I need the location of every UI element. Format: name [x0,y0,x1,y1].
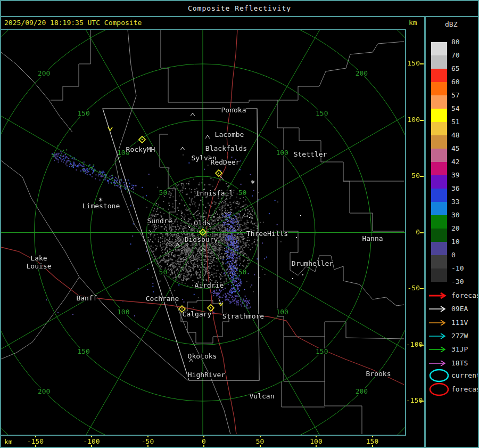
vector-legend-label: forecast [451,291,479,299]
legend-panel: dBZ 807065605754514845423936333020100-10… [426,17,478,447]
city-label: Didsbury [185,235,218,243]
colorscale-value-label: 70 [451,51,460,59]
bottom-axis-tick [372,445,373,447]
city-label: Calgary [183,310,212,318]
colorscale-block [431,268,447,282]
radar-application-window: Composite_Reflectivity 2025/09/20 18:19:… [0,0,479,448]
vector-legend-label: 27ZW [451,332,468,340]
caret-marker [201,248,205,251]
city-label: Banff [76,294,97,302]
forecast-ellipse-icon [428,382,451,397]
right-axis-tick-label: -150 [406,396,420,404]
right-axis-tick-label: 0 [406,228,420,236]
bottom-axis-tick [91,436,92,437]
point-marker [302,274,303,275]
city-label: RedDeer [211,158,240,166]
bottom-axis-tick [91,445,92,447]
right-axis-unit-label: km [409,19,417,27]
svg-text:200: 200 [38,69,50,77]
timestamp: 2025/09/20 18:19:35 UTC Composite [4,19,142,27]
caret-marker [191,113,195,116]
bottom-axis-tick [35,445,36,447]
city-label: Lacombe [215,131,244,139]
colorscale-value-label: 54 [451,104,460,112]
bottom-axis: km -150-100-50050100150 [1,436,424,447]
right-axis-tick [420,401,424,402]
point-marker [300,215,301,216]
city-label: Cochrane [146,295,179,303]
18TS-vector-arrow-icon [428,359,449,368]
city-label: Lake [30,254,47,262]
map-overlay-layer: 5050505010010010010015015015015020020020… [1,30,405,435]
colorscale-value-label: 57 [451,91,460,99]
city-label: Ponoka [221,106,246,114]
city-label: Olds [194,219,210,227]
svg-text:200: 200 [38,387,50,395]
bottom-axis-unit-label: km [4,438,13,446]
svg-text:50: 50 [159,189,168,197]
colorscale-block [431,202,447,215]
09EA-vector-arrow-icon [428,305,449,313]
bottom-axis-tick [260,445,261,447]
bottom-axis-tick-label: 100 [310,437,322,445]
city-label: HighRiver [188,371,226,379]
27ZW-vector-arrow-icon [428,332,449,340]
bottom-axis-tick [203,436,204,437]
colorscale-value-label: 42 [451,158,460,166]
svg-text:50: 50 [238,189,247,197]
colorscale-block [431,82,447,95]
ellipse-legend-label: forecast [451,385,479,393]
caret-marker [180,147,185,150]
forecast-vector-arrow-icon [428,291,449,300]
colorscale-block [431,255,447,268]
colorscale-value-label: 36 [451,184,460,192]
vector-legend-label: 18TS [451,359,468,367]
city-label: Stettler [294,150,327,158]
city-label: Vulcan [250,392,275,400]
bottom-axis-tick [260,436,261,437]
radar-map[interactable]: 5050505010010010010015015015015020020020… [1,29,406,436]
vector-legend-label: 31JP [451,345,468,353]
bottom-axis-tick [147,445,148,447]
bottom-axis-tick [372,436,373,437]
colorscale-value-label: 33 [451,198,460,206]
city-label: Innisfail [196,189,233,197]
svg-text:50: 50 [238,268,247,276]
right-axis-tick-label: 100 [406,116,420,124]
colorscale-block [431,109,447,122]
svg-text:150: 150 [316,347,328,355]
svg-text:100: 100 [276,308,288,316]
city-label: Airdrie [195,281,224,289]
colorscale-value-label: -30 [451,278,464,286]
point-marker [292,278,293,279]
colorscale-block [431,42,447,55]
vector-legend-label: 111V [451,319,468,327]
right-axis-tick [420,63,424,64]
window-title-bar: Composite_Reflectivity [1,1,478,17]
bottom-axis-tick-label: 50 [256,437,265,445]
colorscale-block [431,215,447,229]
point-marker [189,227,190,228]
motion-arrowhead-marker [108,127,112,131]
status-row: 2025/09/20 18:19:35 UTC Composite [1,17,424,29]
colorscale-block [431,162,447,175]
colorscale-block [431,189,447,202]
right-axis-tick-label: 150 [406,59,420,67]
right-axis-tick-label: 50 [406,172,420,180]
bottom-axis-tick-label: -50 [142,437,154,445]
colorscale-block [431,55,447,69]
right-axis-tick [420,232,424,233]
bottom-axis-tick [203,445,204,447]
svg-text:100: 100 [276,149,288,157]
city-label: ThreeHills [246,230,288,238]
bottom-axis-tick [35,436,36,437]
right-axis-tick [420,345,424,346]
svg-text:200: 200 [356,387,368,395]
bottom-axis-tick-label: -150 [27,437,44,445]
colorscale-value-label: 10 [451,238,460,246]
31JP-vector-arrow-icon [428,345,449,354]
window-title: Composite_Reflectivity [188,4,291,12]
bottom-axis-tick-label: 150 [366,437,378,445]
colorscale-value-label: 65 [451,64,460,72]
city-label: Strathmore [222,312,264,320]
